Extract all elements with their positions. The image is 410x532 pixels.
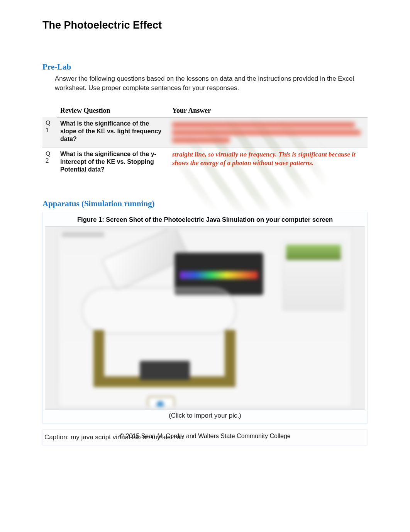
sim-ammeter-icon	[147, 396, 175, 407]
footer-copyright: © 2015 Sean M. Cordry and Walters State …	[0, 433, 410, 440]
sim-battery	[140, 361, 190, 380]
figure-title: Figure 1: Screen Shot of the Photoelectr…	[43, 216, 367, 223]
import-pic-hint[interactable]: (Click to import your pic.)	[43, 412, 367, 420]
apparatus-section: Apparatus (Simulation running) Figure 1:…	[42, 199, 368, 445]
apparatus-heading: Apparatus (Simulation running)	[42, 199, 368, 209]
sim-vacuum-tube	[82, 287, 236, 334]
table-header-question: Review Question	[57, 104, 169, 117]
prelab-heading: Pre-Lab	[42, 62, 368, 72]
simulation-screenshot-area[interactable]	[45, 226, 365, 410]
table-row: Q1 What is the significance of the slope…	[42, 117, 368, 148]
redacted-answer	[172, 122, 364, 143]
answer-cell-redacted	[169, 117, 368, 148]
question-number: Q2	[46, 150, 54, 165]
question-number: Q1	[46, 119, 54, 134]
sim-wire	[225, 330, 235, 380]
sim-wire	[93, 330, 104, 380]
prelab-section: Pre-Lab Answer the following questions b…	[42, 62, 368, 176]
table-header-blank	[42, 104, 57, 117]
page-title: The Photoelectric Effect	[42, 19, 368, 31]
sim-menubar	[62, 232, 104, 237]
question-text: What is the significance of the y-interc…	[60, 150, 166, 173]
simulation-screenshot	[58, 229, 352, 407]
review-table: Review Question Your Answer Q1 What is t…	[42, 104, 368, 176]
answer-cell: straight line, so virtually no frequency…	[169, 148, 368, 176]
figure-box: Figure 1: Screen Shot of the Photoelectr…	[42, 212, 368, 424]
table-header-answer: Your Answer	[169, 104, 368, 117]
table-row: Q2 What is the significance of the y-int…	[42, 148, 368, 176]
question-text: What is the significance of the slope of…	[60, 120, 166, 143]
prelab-intro: Answer the following questions based on …	[55, 74, 368, 93]
sim-control-panel	[283, 241, 344, 311]
